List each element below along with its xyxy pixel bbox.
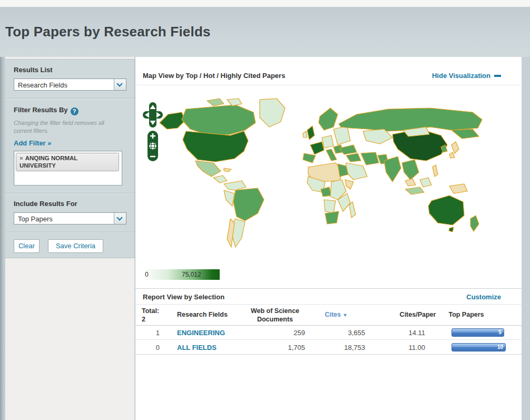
cites-per-paper-value: 14.11 xyxy=(361,329,425,337)
country-usa xyxy=(183,131,248,162)
map-view-header: Map View by Top / Hot / Highly Cited Pap… xyxy=(135,67,522,85)
include-results-selected-value: Top Papers xyxy=(18,215,53,223)
filter-results-label: Filter Results By xyxy=(14,106,68,114)
country-greenland xyxy=(260,99,285,127)
country-indonesia xyxy=(405,187,424,194)
filters-sidebar: Results List Research Fields Filter Resu… xyxy=(5,59,135,258)
country-russia xyxy=(339,108,482,131)
include-results-select[interactable]: Top Papers xyxy=(14,212,126,224)
column-header-wos-documents[interactable]: Web of Science Documents xyxy=(243,307,307,324)
cites-value: 18,753 xyxy=(301,344,365,351)
country-chile xyxy=(227,219,234,247)
country-canada xyxy=(182,105,256,135)
column-header-top-papers[interactable]: Top Papers xyxy=(440,311,493,319)
remove-filter-icon[interactable]: × xyxy=(19,155,23,161)
country-saudi-arabia xyxy=(345,163,367,180)
map-view-title: Map View by Top / Hot / Highly Cited Pap… xyxy=(143,72,285,80)
hide-visualization-link[interactable]: Hide Visualization xyxy=(432,72,501,80)
filter-results-section: Filter Results By? Changing the filter f… xyxy=(5,98,134,193)
cites-value: 3,655 xyxy=(301,329,365,337)
country-papua-new-guinea xyxy=(449,184,467,193)
country-new-zealand xyxy=(470,216,479,231)
results-list-section: Results List Research Fields xyxy=(5,60,134,98)
results-list-selected-value: Research Fields xyxy=(18,81,67,89)
column-header-research-fields[interactable]: Research Fields xyxy=(177,311,228,319)
country-india xyxy=(384,157,401,182)
country-madagascar xyxy=(349,202,356,218)
total-count: Total: 2 xyxy=(142,307,159,324)
save-criteria-button[interactable]: Save Criteria xyxy=(48,239,103,253)
sort-descending-icon: ▾ xyxy=(344,312,347,318)
country-brazil xyxy=(233,188,264,221)
country-iran xyxy=(361,152,379,165)
country-uk xyxy=(307,126,315,140)
report-view-header: Report View by Selection Customize xyxy=(135,288,522,305)
country-france xyxy=(310,142,324,154)
minus-icon xyxy=(494,75,501,77)
world-choropleth-map[interactable] xyxy=(156,96,488,249)
row-index: 0 xyxy=(135,344,160,351)
legend-max-value: 75,012 xyxy=(182,271,201,278)
country-alaska xyxy=(160,112,185,129)
include-results-section: Include Results For Top Papers xyxy=(5,193,134,232)
row-index: 1 xyxy=(135,329,160,337)
page-title: Top Papers by Research Fields xyxy=(5,24,211,40)
column-header-cites[interactable]: Cites ▾ xyxy=(309,311,362,319)
country-australia xyxy=(428,196,464,225)
include-results-label: Include Results For xyxy=(14,200,127,208)
country-south-africa xyxy=(325,211,339,224)
main-panel: Map View by Top / Hot / Highly Cited Pap… xyxy=(135,57,522,420)
results-list-label: Results List xyxy=(14,66,127,74)
documents-value: 1,705 xyxy=(241,344,305,351)
chevron-down-icon[interactable] xyxy=(114,79,126,90)
chevron-down-icon[interactable] xyxy=(114,213,126,224)
column-header-cites-per-paper[interactable]: Cites/Paper xyxy=(391,311,444,319)
page-header: Top Papers by Research Fields xyxy=(0,8,530,57)
filter-tag[interactable]: ×ANQING NORMAL UNIVERSITY xyxy=(16,153,119,172)
country-nigeria xyxy=(321,187,331,197)
results-list-select[interactable]: Research Fields xyxy=(14,79,126,91)
sidebar-actions: ClearSave Criteria xyxy=(5,232,134,260)
country-japan xyxy=(452,142,459,153)
legend-min-value: 0 xyxy=(145,271,149,278)
table-row: 1 ENGINEERING 259 3,655 14.11 5 xyxy=(135,326,522,340)
left-edge-gutter xyxy=(0,57,5,420)
help-icon[interactable]: ? xyxy=(71,108,78,115)
clear-button[interactable]: Clear xyxy=(14,239,40,253)
choropleth-legend: 0 75,012 xyxy=(144,269,220,280)
results-table-header: Total: 2 Research Fields Web of Science … xyxy=(135,305,522,326)
top-papers-bar: 10 xyxy=(452,343,506,351)
browser-top-strip xyxy=(0,0,530,7)
add-filter-link[interactable]: Add Filter » xyxy=(14,139,52,147)
active-filters-listbox: ×ANQING NORMAL UNIVERSITY xyxy=(14,151,122,185)
filter-note: Changing the filter field removes all cu… xyxy=(14,119,119,135)
table-row: 0 ALL FIELDS 1,705 18,753 11.00 10 xyxy=(135,340,522,355)
documents-value: 259 xyxy=(241,329,305,337)
cites-per-paper-value: 11.00 xyxy=(361,344,425,351)
top-papers-bar: 5 xyxy=(452,328,504,337)
report-view-title: Report View by Selection xyxy=(143,293,224,301)
customize-link[interactable]: Customize xyxy=(466,293,501,301)
filter-tag-label: ANQING NORMAL UNIVERSITY xyxy=(19,155,77,169)
country-mexico xyxy=(195,161,221,177)
